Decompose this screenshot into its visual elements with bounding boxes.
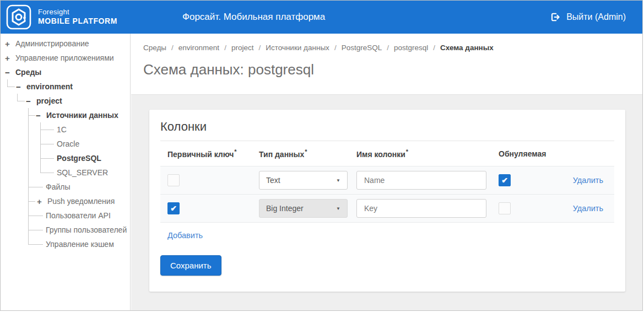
tree-connector-line [28, 216, 43, 216]
sidebar-item-label: Администрирование [15, 39, 89, 48]
data-type-value: Text [266, 176, 280, 185]
app-window: Foresight MOBILE PLATFORM Форсайт. Мобил… [0, 0, 643, 311]
column-header: Первичный ключ* [167, 148, 259, 159]
sidebar-item-источники-данных[interactable]: −Источники данных [36, 108, 118, 122]
sidebar-item-пользователи-api[interactable]: Пользователи API [46, 208, 111, 223]
sidebar-item-label: 1C [57, 125, 67, 134]
sidebar-item-oracle[interactable]: Oracle [57, 137, 79, 151]
sidebar-item-среды[interactable]: −Среды [5, 65, 41, 79]
chevron-down-icon: ▼ [336, 206, 340, 211]
table-body: Text▼✔Удалить✔Big Integer▼Удалить [160, 166, 614, 223]
collapse-icon[interactable]: − [36, 111, 42, 120]
data-type-value: Big Integer [266, 204, 304, 213]
collapse-icon[interactable]: − [16, 83, 23, 91]
sidebar-item-label: Управление кэшем [46, 240, 114, 249]
sidebar-item-label: Файлы [46, 182, 70, 191]
breadcrumb-separator: / [433, 44, 435, 52]
sidebar-item-label: Пользователи API [46, 211, 111, 220]
required-asterisk: * [234, 148, 236, 155]
sidebar-item-sql-server[interactable]: SQL_SERVER [57, 165, 108, 180]
tree-connector-line [40, 130, 54, 130]
primary-key-checkbox[interactable]: ✔ [167, 202, 180, 214]
breadcrumb-item[interactable]: project [231, 44, 254, 52]
table-row: ✔Big Integer▼Удалить [160, 194, 614, 222]
breadcrumb-item[interactable]: PostgreSQL [342, 44, 382, 52]
sidebar-item-environment[interactable]: −environment [16, 79, 73, 94]
tree-connector-line [28, 201, 35, 202]
logout-label: Выйти (Admin) [566, 12, 626, 22]
sidebar-item-label: Oracle [57, 139, 79, 148]
tree-connector-line [28, 230, 43, 230]
tree-connector-line [40, 158, 54, 159]
sidebar-item-управление-приложениями[interactable]: +Управление приложениями [5, 51, 114, 65]
delete-row-link[interactable]: Удалить [573, 176, 603, 185]
tree-connector-line [40, 173, 54, 173]
card-title: Колонки [160, 120, 614, 141]
page-title: Схема данных: postgresql [143, 61, 643, 78]
column-header: Тип данных* [259, 148, 356, 159]
sidebar-item-1c[interactable]: 1C [57, 122, 67, 137]
sidebar-item-postgresql[interactable]: PostgreSQL [57, 151, 101, 165]
collapse-icon[interactable]: − [26, 97, 33, 105]
column-header: Имя колонки* [356, 148, 499, 159]
breadcrumb-item[interactable]: environment [178, 44, 219, 52]
sidebar-item-управление-кэшем[interactable]: Управление кэшем [46, 237, 114, 251]
column-name-input[interactable] [356, 171, 486, 190]
required-asterisk: * [406, 148, 408, 155]
column-header-label: Первичный ключ [167, 150, 234, 159]
tree-connector-line [28, 187, 43, 187]
sidebar-item-push-уведомления[interactable]: +Push уведомления [37, 194, 115, 208]
nullable-checkbox[interactable]: ✔ [499, 174, 511, 186]
sidebar-item-группы-пользователей[interactable]: Группы пользователей [46, 223, 127, 237]
delete-row-link[interactable]: Удалить [573, 204, 603, 213]
sidebar-item-label: Управление приложениями [15, 53, 114, 62]
table-header-row: Первичный ключ*Тип данных*Имя колонки*Об… [160, 141, 614, 166]
breadcrumb-item[interactable]: postgresql [394, 44, 428, 52]
sidebar-item-label: project [36, 96, 62, 105]
sidebar-nav: +Администрирование+Управление приложения… [1, 34, 131, 311]
collapse-icon[interactable]: − [5, 68, 12, 77]
tree-connector-line [28, 115, 35, 116]
column-header-label: Обнуляемая [499, 149, 546, 158]
top-header-bar: Foresight MOBILE PLATFORM Форсайт. Мобил… [1, 1, 642, 34]
tree-connector-line [7, 87, 15, 87]
sidebar-item-файлы[interactable]: Файлы [46, 180, 70, 194]
breadcrumb-separator: / [387, 44, 389, 52]
expand-icon[interactable]: + [5, 40, 12, 48]
breadcrumb-item[interactable]: Источники данных [266, 44, 329, 52]
primary-key-checkbox[interactable] [167, 174, 180, 186]
nav-tree: +Администрирование+Управление приложения… [1, 34, 130, 311]
main-content: Среды/environment/project/Источники данн… [131, 34, 643, 311]
nullable-checkbox[interactable] [499, 202, 511, 214]
brand-text: Foresight MOBILE PLATFORM [38, 8, 117, 26]
sidebar-item-администрирование[interactable]: +Администрирование [5, 36, 89, 51]
column-name-input[interactable] [356, 199, 486, 218]
foresight-logo-icon [6, 4, 31, 30]
chevron-down-icon: ▼ [336, 178, 340, 183]
data-type-select[interactable]: Big Integer▼ [259, 199, 348, 218]
tree-connector-line [17, 94, 18, 101]
column-header-label: Имя колонки [356, 150, 405, 159]
brand-name: Foresight [38, 8, 117, 17]
columns-card: Колонки Первичный ключ*Тип данных*Имя ко… [149, 110, 625, 292]
table-row: Text▼✔Удалить [160, 166, 614, 194]
add-column-link[interactable]: Добавить [167, 231, 203, 240]
sidebar-item-label: environment [26, 82, 73, 91]
logout-icon [550, 12, 561, 23]
breadcrumb-separator: / [258, 44, 261, 52]
breadcrumb-separator: / [171, 44, 174, 52]
tree-connector-line [7, 79, 8, 87]
breadcrumb-item[interactable]: Среды [143, 44, 166, 52]
breadcrumb: Среды/environment/project/Источники данн… [143, 44, 643, 52]
sidebar-item-project[interactable]: −project [26, 94, 62, 108]
data-type-select[interactable]: Text▼ [259, 171, 348, 190]
column-header: Обнуляемая [499, 149, 565, 158]
sidebar-item-label: Среды [15, 68, 41, 77]
expand-icon[interactable]: + [5, 54, 12, 62]
column-header-label: Тип данных [259, 150, 304, 159]
tree-connector-line [17, 101, 25, 101]
expand-icon[interactable]: + [37, 197, 44, 206]
save-button[interactable]: Сохранить [160, 255, 221, 276]
tree-connector-line [28, 244, 43, 245]
logout-button[interactable]: Выйти (Admin) [550, 1, 626, 34]
